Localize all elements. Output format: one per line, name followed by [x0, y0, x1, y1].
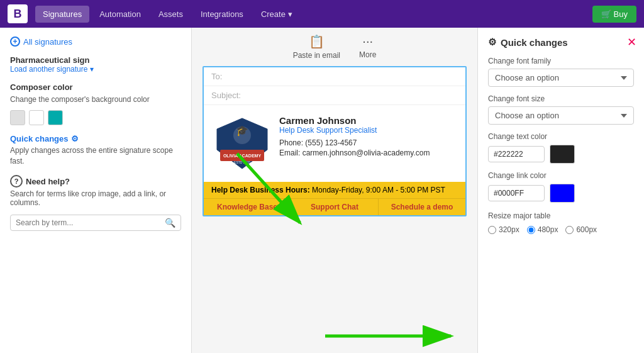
schedule-demo-link[interactable]: Schedule a demo: [379, 199, 465, 215]
support-chat-link[interactable]: Support Chat: [291, 199, 379, 215]
sig-phone: Phone: (555) 123-4567: [279, 138, 455, 147]
nav-assets[interactable]: Assets: [151, 6, 191, 23]
link-color-swatch[interactable]: [550, 184, 575, 203]
search-input[interactable]: [16, 218, 165, 227]
text-color-swatch[interactable]: [550, 145, 575, 164]
svg-text:OLIVIA ACADEMY: OLIVIA ACADEMY: [223, 154, 261, 158]
text-color-label: Change text color: [488, 132, 634, 141]
signature-info: Carmen Johnson Help Desk Support Special…: [279, 115, 455, 157]
close-button[interactable]: ✕: [627, 35, 636, 49]
search-icon: 🔍: [165, 218, 175, 228]
composer-color-desc: Change the composer's background color: [10, 94, 181, 105]
font-size-label: Change font size: [488, 94, 634, 103]
right-panel: ✕ ⚙ Quick changes Change font family Cho…: [477, 28, 644, 353]
sig-email: Email: carmen.johnson@olivia-academy.com: [279, 148, 455, 157]
signature-footer: Help Desk Business Hours: Monday-Friday,…: [204, 182, 465, 198]
signature-logo: 🎓 OLIVIA ACADEMY ESTD 2005: [214, 115, 270, 172]
quick-changes-link[interactable]: Quick changes ⚙: [10, 134, 181, 143]
to-field[interactable]: To:: [204, 67, 465, 86]
resize-600-radio[interactable]: [565, 226, 574, 234]
resize-label: Resize major table: [488, 211, 634, 220]
quick-changes-desc: Apply changes across the entire signatur…: [10, 145, 181, 167]
knowledge-base-link[interactable]: Knowledge Base: [204, 199, 291, 215]
swatch-gray[interactable]: [10, 110, 25, 125]
load-signature-dropdown[interactable]: Load another signature ▾: [10, 65, 181, 74]
gear-icon: ⚙: [71, 134, 79, 143]
email-card: To: Subject: 🎓 OLIVIA ACADEMY ESTD 2005 …: [203, 66, 467, 216]
more-icon: ···: [362, 34, 373, 48]
all-signatures-link[interactable]: + All signatures: [10, 36, 181, 47]
resize-320-radio[interactable]: [488, 226, 496, 234]
svg-text:🎓: 🎓: [236, 125, 248, 137]
signature-inner: 🎓 OLIVIA ACADEMY ESTD 2005 Carmen Johnso…: [214, 115, 455, 172]
email-preview-area: 📋 Paste in email ··· More To: Subject: 🎓: [192, 28, 477, 353]
font-family-label: Change font family: [488, 57, 634, 65]
main-layout: + All signatures Pharmaceutical sign Loa…: [0, 28, 644, 353]
nav-automation[interactable]: Automation: [92, 6, 148, 23]
nav-signatures[interactable]: Signatures: [35, 6, 89, 23]
link-color-row: [488, 184, 634, 203]
nav-create[interactable]: Create ▾: [253, 6, 300, 23]
top-navigation: B Signatures Automation Assets Integrati…: [0, 0, 644, 28]
text-color-input[interactable]: [488, 146, 545, 162]
composer-color-label: Composer color: [10, 82, 181, 92]
buy-button[interactable]: 🛒 Buy: [592, 6, 636, 23]
plus-icon: +: [10, 36, 20, 47]
resize-320-option[interactable]: 320px: [488, 225, 519, 234]
font-family-select[interactable]: Choose an option: [488, 69, 634, 87]
email-toolbar: 📋 Paste in email ··· More: [293, 34, 377, 60]
subject-field[interactable]: Subject:: [204, 86, 465, 105]
swatch-teal[interactable]: [48, 110, 63, 125]
resize-600-option[interactable]: 600px: [565, 225, 597, 234]
need-help-heading: ? Need help?: [10, 175, 181, 188]
signature-links: Knowledge Base Support Chat Schedule a d…: [204, 198, 465, 215]
paste-in-email-button[interactable]: 📋 Paste in email: [293, 34, 340, 60]
sig-person-name: Carmen Johnson: [279, 115, 455, 126]
resize-options: 320px 480px 600px: [488, 225, 634, 234]
nav-integrations[interactable]: Integrations: [193, 6, 251, 23]
svg-text:ESTD 2005: ESTD 2005: [234, 160, 250, 164]
font-size-select[interactable]: Choose an option: [488, 106, 634, 125]
need-help-desc: Search for terms like crop image, add a …: [10, 189, 181, 207]
help-icon: ?: [10, 175, 23, 188]
resize-480-radio[interactable]: [527, 226, 535, 234]
paste-icon: 📋: [309, 34, 325, 49]
app-logo: B: [8, 4, 28, 23]
signature-name: Pharmaceutical sign: [10, 55, 181, 65]
link-color-input[interactable]: [488, 185, 545, 201]
color-swatches: [10, 110, 181, 125]
link-color-label: Change link color: [488, 171, 634, 180]
search-wrap: 🔍: [10, 215, 181, 231]
panel-title: ⚙ Quick changes: [488, 36, 634, 48]
swatch-white[interactable]: [29, 110, 44, 125]
sidebar: + All signatures Pharmaceutical sign Loa…: [0, 28, 192, 353]
more-button[interactable]: ··· More: [359, 34, 376, 60]
resize-480-option[interactable]: 480px: [527, 225, 558, 234]
signature-body: 🎓 OLIVIA ACADEMY ESTD 2005 Carmen Johnso…: [204, 105, 465, 182]
gear-icon-panel: ⚙: [488, 36, 496, 48]
text-color-row: [488, 145, 634, 164]
sig-person-title: Help Desk Support Specialist: [279, 126, 455, 135]
